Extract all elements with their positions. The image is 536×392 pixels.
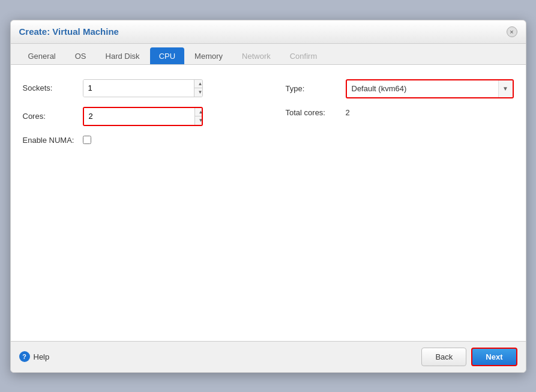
total-cores-value: 2 <box>346 108 350 117</box>
cores-up-btn[interactable]: ▲ <box>195 108 203 116</box>
numa-label: Enable NUMA: <box>23 136 83 145</box>
sockets-up-btn[interactable]: ▲ <box>194 80 203 88</box>
dialog-body: Sockets: ▲ ▼ Cores: <box>11 65 526 341</box>
sockets-label: Sockets: <box>23 83 83 92</box>
help-icon: ? <box>19 351 30 362</box>
tab-memory[interactable]: Memory <box>185 47 232 64</box>
type-label: Type: <box>286 84 346 93</box>
cores-down-btn[interactable]: ▼ <box>195 116 203 125</box>
numa-checkbox[interactable] <box>83 136 91 144</box>
form-section: Sockets: ▲ ▼ Cores: <box>23 79 514 154</box>
create-vm-dialog: Create: Virtual Machine × General OS Har… <box>10 20 526 373</box>
dialog-footer: ? Help Back Next <box>11 341 526 372</box>
tab-hard-disk[interactable]: Hard Disk <box>97 47 149 64</box>
help-label: Help <box>34 352 50 361</box>
type-row: Type: Default (kvm64) ▼ <box>286 79 514 98</box>
tab-os[interactable]: OS <box>66 47 95 64</box>
tab-confirm: Confirm <box>281 47 327 64</box>
cores-control: ▲ ▼ <box>83 107 250 126</box>
sockets-spinner-buttons: ▲ ▼ <box>194 80 203 97</box>
cores-row: Cores: ▲ ▼ <box>23 107 250 126</box>
sockets-down-btn[interactable]: ▼ <box>194 88 203 97</box>
cores-spinner-buttons: ▲ ▼ <box>194 108 203 125</box>
sockets-row: Sockets: ▲ ▼ <box>23 79 250 97</box>
type-control: Default (kvm64) ▼ <box>346 79 514 98</box>
numa-control <box>83 136 250 144</box>
cores-spinner: ▲ ▼ <box>83 107 203 126</box>
total-cores-control: 2 <box>346 108 514 117</box>
type-select-value: Default (kvm64) <box>347 82 498 95</box>
sockets-input[interactable] <box>83 80 194 97</box>
type-select[interactable]: Default (kvm64) ▼ <box>346 79 514 98</box>
numa-row: Enable NUMA: <box>23 136 250 145</box>
total-cores-label: Total cores: <box>286 108 346 117</box>
tab-cpu[interactable]: CPU <box>150 47 184 64</box>
type-select-arrow[interactable]: ▼ <box>498 80 513 97</box>
next-button[interactable]: Next <box>471 348 517 366</box>
close-button[interactable]: × <box>507 26 517 37</box>
cores-input[interactable] <box>84 108 194 125</box>
form-left-col: Sockets: ▲ ▼ Cores: <box>23 79 250 154</box>
tab-network: Network <box>233 47 280 64</box>
cores-label: Cores: <box>23 112 83 121</box>
footer-buttons: Back Next <box>421 348 517 366</box>
tab-bar: General OS Hard Disk CPU Memory Network … <box>11 44 526 65</box>
tab-general[interactable]: General <box>19 47 65 64</box>
dialog-header: Create: Virtual Machine × <box>11 20 526 44</box>
dialog-title: Create: Virtual Machine <box>19 26 119 37</box>
help-button[interactable]: ? Help <box>19 351 50 362</box>
sockets-spinner: ▲ ▼ <box>83 79 203 97</box>
form-right-col: Type: Default (kvm64) ▼ Total cores: 2 <box>286 79 514 154</box>
sockets-control: ▲ ▼ <box>83 79 250 97</box>
back-button[interactable]: Back <box>421 348 466 366</box>
total-cores-row: Total cores: 2 <box>286 108 514 117</box>
